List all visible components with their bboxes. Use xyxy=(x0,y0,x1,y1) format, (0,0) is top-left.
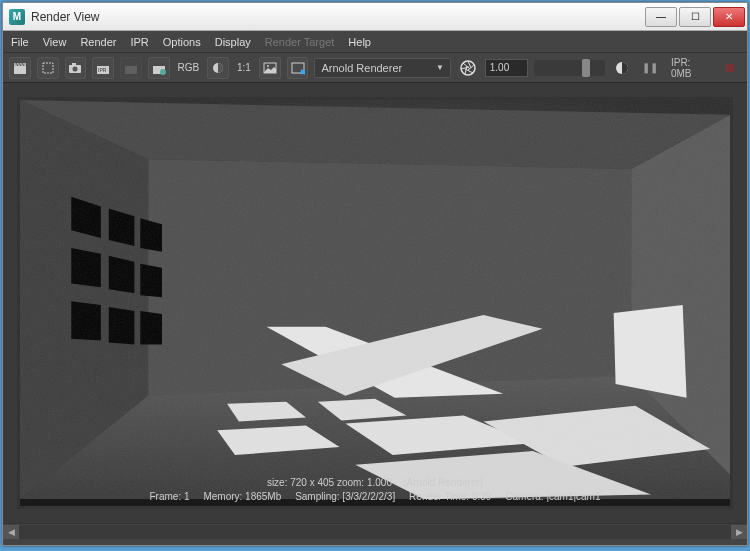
info-memory: Memory: 1865Mb xyxy=(203,491,281,502)
svg-rect-5 xyxy=(43,63,53,73)
titlebar[interactable]: M Render View — ☐ ✕ xyxy=(3,3,747,31)
exposure-aperture-button[interactable] xyxy=(457,57,479,79)
chevron-right-icon: ▶ xyxy=(736,527,743,537)
render-region-button[interactable] xyxy=(37,57,59,79)
menu-display[interactable]: Display xyxy=(215,36,251,48)
ipr-refresh-icon xyxy=(124,61,138,75)
render-info-overlay: size: 720 x 405 zoom: 1.000 (Arnold Rend… xyxy=(20,476,730,504)
ratio-label[interactable]: 1:1 xyxy=(235,62,253,73)
scroll-track[interactable] xyxy=(19,525,731,539)
ipr-render-button[interactable]: IPR xyxy=(92,57,114,79)
menu-file[interactable]: File xyxy=(11,36,29,48)
aperture-icon xyxy=(459,59,477,77)
image-icon xyxy=(263,61,277,75)
info-line-2: Frame: 1 Memory: 1865Mb Sampling: [3/3/2… xyxy=(20,490,730,504)
contrast-icon xyxy=(614,60,630,76)
menubar: File View Render IPR Options Display Ren… xyxy=(3,31,747,53)
render-view-window: M Render View — ☐ ✕ File View Render IPR… xyxy=(2,2,748,546)
render-viewport[interactable]: size: 720 x 405 zoom: 1.000 (Arnold Rend… xyxy=(17,97,733,509)
info-time: Render Time: 0:39 xyxy=(409,491,491,502)
viewport-container: size: 720 x 405 zoom: 1.000 (Arnold Rend… xyxy=(3,83,747,523)
menu-help[interactable]: Help xyxy=(348,36,371,48)
menu-render-target: Render Target xyxy=(265,36,335,48)
svg-rect-47 xyxy=(20,100,730,499)
menu-view[interactable]: View xyxy=(43,36,67,48)
ipr-refresh-button xyxy=(120,57,142,79)
snapshot-button[interactable] xyxy=(65,57,87,79)
chevron-down-icon: ▼ xyxy=(436,63,444,72)
render-sequence-button[interactable] xyxy=(148,57,170,79)
ipr-close-button[interactable] xyxy=(719,57,741,79)
remove-image-button[interactable] xyxy=(287,57,309,79)
svg-point-7 xyxy=(73,66,78,71)
info-frame: Frame: 1 xyxy=(149,491,189,502)
minimize-button[interactable]: — xyxy=(645,7,677,27)
chevron-left-icon: ◀ xyxy=(8,527,15,537)
stop-icon xyxy=(724,62,736,74)
info-size: size: 720 x 405 zoom: 1.000 xyxy=(267,477,392,488)
toolbar: IPR RGB 1:1 Arnold Renderer ▼ 1.00 xyxy=(3,53,747,83)
camera-icon xyxy=(68,61,82,75)
exposure-input[interactable]: 1.00 xyxy=(485,59,529,77)
svg-rect-8 xyxy=(72,63,76,66)
window-buttons: — ☐ ✕ xyxy=(643,7,745,27)
maximize-icon: ☐ xyxy=(691,11,700,22)
svg-rect-22 xyxy=(726,64,734,72)
exposure-slider[interactable] xyxy=(534,60,605,76)
renderer-select[interactable]: Arnold Renderer ▼ xyxy=(314,58,451,78)
svg-text:IPR: IPR xyxy=(98,67,107,73)
display-alpha-button[interactable] xyxy=(207,57,229,79)
renderer-value: Arnold Renderer xyxy=(321,62,402,74)
rgb-label[interactable]: RGB xyxy=(176,62,202,73)
svg-point-16 xyxy=(267,65,269,67)
menu-options[interactable]: Options xyxy=(163,36,201,48)
info-renderer: (Arnold Renderer) xyxy=(403,477,483,488)
exposure-toggle-button[interactable] xyxy=(611,57,633,79)
clapboard-icon xyxy=(13,61,27,75)
region-icon xyxy=(41,61,55,75)
window-title: Render View xyxy=(31,10,643,24)
scroll-left-button[interactable]: ◀ xyxy=(3,525,19,539)
scroll-right-button[interactable]: ▶ xyxy=(731,525,747,539)
svg-rect-0 xyxy=(14,66,26,74)
exposure-value: 1.00 xyxy=(490,62,509,73)
pause-icon: ❚❚ xyxy=(642,62,658,73)
sequence-icon xyxy=(152,61,166,75)
minimize-icon: — xyxy=(656,11,666,22)
info-line-1: size: 720 x 405 zoom: 1.000 (Arnold Rend… xyxy=(20,476,730,490)
slider-thumb[interactable] xyxy=(582,59,590,77)
ipr-size-label: IPR: 0MB xyxy=(671,57,713,79)
render-current-frame-button[interactable] xyxy=(9,57,31,79)
close-button[interactable]: ✕ xyxy=(713,7,745,27)
maximize-button[interactable]: ☐ xyxy=(679,7,711,27)
rendered-image xyxy=(20,100,730,499)
menu-ipr[interactable]: IPR xyxy=(130,36,148,48)
ipr-icon: IPR xyxy=(96,61,110,75)
remove-image-icon xyxy=(291,61,305,75)
close-icon: ✕ xyxy=(725,11,733,22)
horizontal-scrollbar[interactable]: ◀ ▶ xyxy=(3,523,747,539)
alpha-icon xyxy=(211,61,225,75)
menu-render[interactable]: Render xyxy=(80,36,116,48)
svg-point-13 xyxy=(160,69,166,75)
info-sampling: Sampling: [3/3/2/2/2/3] xyxy=(295,491,395,502)
pause-ipr-button[interactable]: ❚❚ xyxy=(639,57,661,79)
info-camera: Camera: |cam1|cam1 xyxy=(505,491,600,502)
keep-image-button[interactable] xyxy=(259,57,281,79)
app-icon: M xyxy=(9,9,25,25)
svg-rect-11 xyxy=(125,66,137,74)
